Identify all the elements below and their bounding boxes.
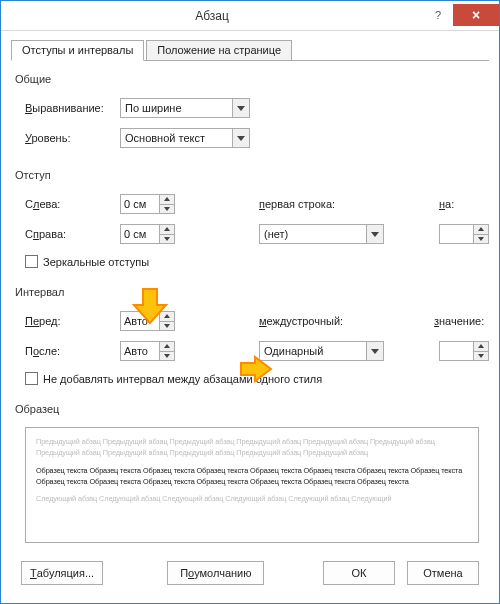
spin-up-icon[interactable] [160, 312, 174, 321]
indent-left-spin[interactable]: 0 см [120, 194, 175, 214]
line-spacing-combo[interactable]: Одинарный [259, 341, 384, 361]
group-spacing: Интервал [15, 286, 489, 298]
indent-by-spin[interactable] [439, 224, 489, 244]
before-spin[interactable]: Авто [120, 311, 175, 331]
chevron-down-icon[interactable] [366, 342, 383, 360]
spin-down-icon[interactable] [160, 321, 174, 331]
before-label: Перед: [25, 315, 120, 327]
spin-down-icon[interactable] [160, 204, 174, 214]
mirror-checkbox[interactable]: Зеркальные отступы [25, 255, 489, 268]
nospace-checkbox[interactable]: Не добавлять интервал между абзацами одн… [25, 372, 489, 385]
group-indent: Отступ [15, 169, 489, 181]
alignment-label: Выравнивание: [25, 102, 120, 114]
checkbox-icon [25, 255, 38, 268]
spin-up-icon[interactable] [160, 342, 174, 351]
indent-right-label: Справа: [25, 228, 120, 240]
chevron-down-icon[interactable] [366, 225, 383, 243]
tabs-button[interactable]: Табуляция... [21, 561, 103, 585]
checkbox-icon [25, 372, 38, 385]
sample-preview: Предыдущий абзац Предыдущий абзац Предыд… [25, 427, 479, 543]
tab-position[interactable]: Положение на странице [146, 40, 292, 61]
indent-right-spin[interactable]: 0 см [120, 224, 175, 244]
spin-up-icon[interactable] [474, 225, 488, 234]
first-line-combo[interactable]: (нет) [259, 224, 384, 244]
level-combo[interactable]: Основной текст [120, 128, 250, 148]
spin-down-icon[interactable] [474, 351, 488, 361]
spin-up-icon[interactable] [160, 225, 174, 234]
close-button[interactable]: × [453, 4, 499, 26]
spin-down-icon[interactable] [160, 234, 174, 244]
indent-by-label: на: [439, 198, 489, 210]
spin-down-icon[interactable] [474, 234, 488, 244]
group-general: Общие [15, 73, 489, 85]
after-spin[interactable]: Авто [120, 341, 175, 361]
titlebar: Абзац ? × [1, 1, 499, 31]
level-label: Уровень: [25, 132, 120, 144]
window-title: Абзац [1, 9, 423, 23]
chevron-down-icon[interactable] [232, 129, 249, 147]
spin-down-icon[interactable] [160, 351, 174, 361]
alignment-combo[interactable]: По ширине [120, 98, 250, 118]
tab-indents[interactable]: Отступы и интервалы [11, 40, 144, 61]
first-line-label: первая строка: [259, 198, 369, 210]
spin-up-icon[interactable] [160, 195, 174, 204]
after-label: После: [25, 345, 120, 357]
cancel-button[interactable]: Отмена [407, 561, 479, 585]
defaults-button[interactable]: По умолчанию [167, 561, 264, 585]
help-button[interactable]: ? [423, 4, 453, 26]
group-sample: Образец [15, 403, 489, 415]
indent-left-label: ССлева: [25, 198, 120, 210]
line-spacing-label: междустрочный: [259, 315, 369, 327]
at-label: значение: [434, 315, 489, 327]
chevron-down-icon[interactable] [232, 99, 249, 117]
tab-row: Отступы и интервалы Положение на страниц… [11, 39, 489, 61]
at-spin[interactable] [439, 341, 489, 361]
ok-button[interactable]: ОК [323, 561, 395, 585]
spin-up-icon[interactable] [474, 342, 488, 351]
